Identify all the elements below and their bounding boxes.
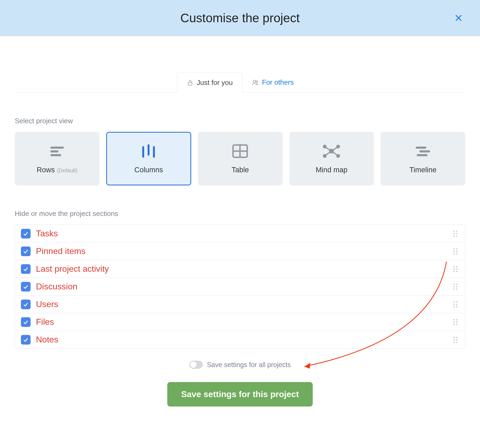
svg-point-37 <box>456 253 457 254</box>
people-icon <box>252 79 259 86</box>
svg-point-44 <box>453 283 455 285</box>
section-checkbox[interactable] <box>21 300 31 309</box>
check-icon <box>23 301 29 308</box>
section-checkbox[interactable] <box>21 282 31 292</box>
drag-handle-icon[interactable] <box>452 336 459 344</box>
svg-point-64 <box>453 339 455 340</box>
section-checkbox[interactable] <box>21 229 31 238</box>
svg-point-42 <box>453 271 455 272</box>
svg-point-43 <box>456 271 457 272</box>
save-all-projects-toggle[interactable] <box>189 361 203 369</box>
check-icon <box>23 283 29 290</box>
svg-point-65 <box>456 339 457 340</box>
card-label: Columns <box>134 166 163 174</box>
svg-point-62 <box>453 337 455 338</box>
drag-handle-icon[interactable] <box>452 230 459 237</box>
section-checkbox[interactable] <box>21 247 31 256</box>
svg-rect-5 <box>50 147 64 149</box>
tab-just-for-you[interactable]: Just for you <box>177 72 242 93</box>
section-name[interactable]: Tasks <box>36 229 446 238</box>
lock-icon <box>187 79 194 86</box>
tab-label: For others <box>262 78 294 87</box>
svg-point-52 <box>453 304 455 305</box>
modal-title: Customise the project <box>180 11 300 25</box>
toggle-thumb <box>190 361 197 368</box>
drag-handle-icon[interactable] <box>452 265 459 273</box>
svg-rect-6 <box>50 150 58 152</box>
card-label-text: Mind map <box>316 166 348 174</box>
svg-point-56 <box>453 319 455 320</box>
svg-rect-23 <box>416 147 426 149</box>
drag-handle-icon[interactable] <box>452 248 459 255</box>
drag-handle-icon[interactable] <box>452 318 459 326</box>
card-label: Mind map <box>316 166 348 174</box>
check-icon <box>23 319 29 325</box>
columns-icon <box>139 143 158 159</box>
section-name[interactable]: Files <box>36 317 446 327</box>
svg-point-61 <box>456 324 457 325</box>
svg-point-34 <box>453 251 455 252</box>
close-button[interactable] <box>453 13 464 23</box>
section-name[interactable]: Pinned items <box>36 246 446 256</box>
svg-point-59 <box>456 321 457 323</box>
section-checkbox[interactable] <box>21 264 31 274</box>
toggle-row: Save settings for all projects <box>15 361 465 369</box>
svg-rect-24 <box>419 150 430 152</box>
card-label-text: Columns <box>134 166 163 174</box>
svg-point-3 <box>253 80 256 83</box>
svg-point-29 <box>456 233 457 234</box>
section-row-notes: Notes <box>15 331 465 348</box>
view-section-label: Select project view <box>15 117 465 125</box>
svg-point-67 <box>456 341 457 343</box>
svg-point-27 <box>456 230 457 232</box>
card-label-text: Rows <box>37 166 55 174</box>
view-cards: Rows (Default) Columns <box>15 132 465 185</box>
table-icon <box>231 143 249 159</box>
rows-icon <box>48 143 67 159</box>
section-name[interactable]: Notes <box>36 335 446 345</box>
view-card-mindmap[interactable]: Mind map <box>289 132 374 185</box>
tabs: Just for you For others <box>15 72 465 93</box>
view-card-rows[interactable]: Rows (Default) <box>15 132 99 185</box>
svg-point-30 <box>453 235 455 237</box>
section-row-users: Users <box>15 296 465 313</box>
section-name[interactable]: Users <box>36 299 446 309</box>
toggle-label: Save settings for all projects <box>207 361 291 369</box>
svg-point-36 <box>453 253 455 254</box>
view-card-timeline[interactable]: Timeline <box>381 132 465 185</box>
svg-point-47 <box>456 286 457 287</box>
view-card-table[interactable]: Table <box>198 132 283 185</box>
check-icon <box>23 248 29 255</box>
view-card-columns[interactable]: Columns <box>106 132 191 185</box>
svg-point-49 <box>456 288 457 290</box>
svg-point-35 <box>456 251 457 252</box>
svg-point-31 <box>456 235 457 237</box>
section-name[interactable]: Discussion <box>36 282 446 292</box>
card-label: Rows (Default) <box>37 166 77 174</box>
check-icon <box>23 230 29 237</box>
svg-point-41 <box>456 268 457 270</box>
svg-point-45 <box>456 283 457 285</box>
drag-handle-icon[interactable] <box>452 283 459 290</box>
save-button[interactable]: Save settings for this project <box>167 382 312 406</box>
svg-point-54 <box>453 306 455 307</box>
section-row-tasks: Tasks <box>15 225 465 242</box>
card-default-suffix: (Default) <box>57 167 77 174</box>
drag-handle-icon[interactable] <box>452 301 459 308</box>
section-name[interactable]: Last project activity <box>36 264 446 274</box>
section-checkbox[interactable] <box>21 317 31 327</box>
svg-point-66 <box>453 341 455 343</box>
section-checkbox[interactable] <box>21 335 31 345</box>
modal-header: Customise the project <box>0 0 480 36</box>
svg-point-26 <box>453 230 455 232</box>
svg-point-51 <box>456 301 457 303</box>
timeline-icon <box>413 143 432 159</box>
tab-for-others[interactable]: For others <box>242 72 303 92</box>
card-label-text: Timeline <box>409 166 437 174</box>
card-label: Table <box>232 166 249 174</box>
section-row-pinned-items: Pinned items <box>15 242 465 260</box>
sections-section-label: Hide or move the project sections <box>15 210 465 218</box>
svg-point-32 <box>453 248 455 249</box>
mindmap-icon <box>322 143 342 159</box>
section-row-last-project-activity: Last project activity <box>15 260 465 278</box>
